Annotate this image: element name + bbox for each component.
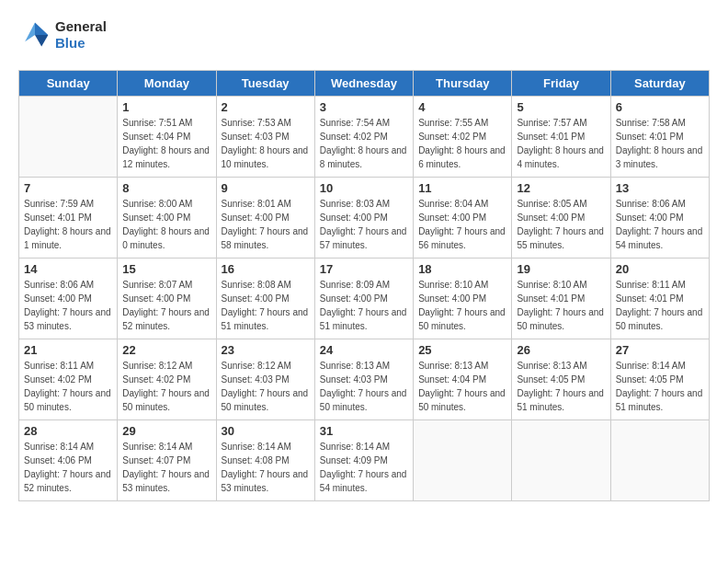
day-info: Sunrise: 7:59 AMSunset: 4:01 PMDaylight:…	[24, 197, 112, 252]
day-number: 31	[320, 424, 408, 438]
day-info: Sunrise: 7:51 AMSunset: 4:04 PMDaylight:…	[122, 116, 210, 171]
day-number: 16	[222, 262, 310, 276]
calendar-cell: 19Sunrise: 8:10 AMSunset: 4:01 PMDayligh…	[512, 259, 610, 339]
day-info: Sunrise: 8:14 AMSunset: 4:06 PMDaylight:…	[24, 440, 112, 495]
day-number: 19	[517, 262, 605, 276]
day-number: 14	[24, 262, 112, 276]
day-number: 24	[320, 343, 408, 357]
day-number: 25	[418, 343, 506, 357]
day-info: Sunrise: 7:54 AMSunset: 4:02 PMDaylight:…	[320, 116, 408, 171]
day-number: 9	[222, 181, 310, 195]
logo: General Blue	[18, 18, 107, 52]
calendar-cell: 27Sunrise: 8:14 AMSunset: 4:05 PMDayligh…	[610, 339, 709, 420]
day-info: Sunrise: 7:58 AMSunset: 4:01 PMDaylight:…	[616, 116, 704, 171]
calendar-cell	[610, 420, 709, 501]
day-info: Sunrise: 8:10 AMSunset: 4:00 PMDaylight:…	[418, 278, 506, 333]
calendar-cell: 12Sunrise: 8:05 AMSunset: 4:00 PMDayligh…	[512, 178, 610, 259]
day-info: Sunrise: 8:04 AMSunset: 4:00 PMDaylight:…	[418, 197, 506, 252]
day-number: 17	[320, 262, 408, 276]
day-number: 6	[616, 100, 704, 114]
day-number: 3	[320, 100, 408, 114]
day-number: 15	[122, 262, 210, 276]
day-info: Sunrise: 8:06 AMSunset: 4:00 PMDaylight:…	[616, 197, 704, 252]
calendar-cell: 9Sunrise: 8:01 AMSunset: 4:00 PMDaylight…	[216, 178, 314, 259]
day-number: 18	[418, 262, 506, 276]
calendar-cell: 26Sunrise: 8:13 AMSunset: 4:05 PMDayligh…	[512, 339, 610, 420]
calendar-cell: 10Sunrise: 8:03 AMSunset: 4:00 PMDayligh…	[314, 178, 413, 259]
col-header-saturday: Saturday	[610, 71, 709, 97]
calendar-cell: 7Sunrise: 7:59 AMSunset: 4:01 PMDaylight…	[19, 178, 118, 259]
day-number: 12	[517, 181, 605, 195]
day-info: Sunrise: 8:12 AMSunset: 4:02 PMDaylight:…	[122, 359, 210, 414]
day-number: 13	[616, 181, 704, 195]
calendar-cell: 21Sunrise: 8:11 AMSunset: 4:02 PMDayligh…	[19, 339, 118, 420]
day-info: Sunrise: 8:13 AMSunset: 4:05 PMDaylight:…	[517, 359, 605, 414]
calendar-cell: 3Sunrise: 7:54 AMSunset: 4:02 PMDaylight…	[314, 97, 413, 178]
day-number: 27	[616, 343, 704, 357]
calendar-cell: 13Sunrise: 8:06 AMSunset: 4:00 PMDayligh…	[610, 178, 709, 259]
day-info: Sunrise: 8:09 AMSunset: 4:00 PMDaylight:…	[320, 278, 408, 333]
day-number: 26	[517, 343, 605, 357]
day-info: Sunrise: 8:08 AMSunset: 4:00 PMDaylight:…	[222, 278, 310, 333]
day-info: Sunrise: 8:12 AMSunset: 4:03 PMDaylight:…	[222, 359, 310, 414]
day-info: Sunrise: 8:13 AMSunset: 4:03 PMDaylight:…	[320, 359, 408, 414]
calendar-cell	[512, 420, 610, 501]
calendar-cell: 25Sunrise: 8:13 AMSunset: 4:04 PMDayligh…	[414, 339, 512, 420]
calendar-cell: 30Sunrise: 8:14 AMSunset: 4:08 PMDayligh…	[216, 420, 314, 501]
day-number: 8	[122, 181, 210, 195]
calendar-cell: 31Sunrise: 8:14 AMSunset: 4:09 PMDayligh…	[314, 420, 413, 501]
calendar-cell: 18Sunrise: 8:10 AMSunset: 4:00 PMDayligh…	[414, 259, 512, 339]
col-header-sunday: Sunday	[19, 71, 118, 97]
calendar-cell: 14Sunrise: 8:06 AMSunset: 4:00 PMDayligh…	[19, 259, 118, 339]
day-info: Sunrise: 8:07 AMSunset: 4:00 PMDaylight:…	[122, 278, 210, 333]
day-info: Sunrise: 8:14 AMSunset: 4:08 PMDaylight:…	[222, 440, 310, 495]
day-number: 2	[222, 100, 310, 114]
day-info: Sunrise: 8:10 AMSunset: 4:01 PMDaylight:…	[517, 278, 605, 333]
calendar-cell: 20Sunrise: 8:11 AMSunset: 4:01 PMDayligh…	[610, 259, 709, 339]
calendar-cell: 22Sunrise: 8:12 AMSunset: 4:02 PMDayligh…	[118, 339, 216, 420]
day-info: Sunrise: 8:14 AMSunset: 4:09 PMDaylight:…	[320, 440, 408, 495]
col-header-tuesday: Tuesday	[216, 71, 314, 97]
day-number: 30	[222, 424, 310, 438]
calendar-cell	[414, 420, 512, 501]
day-number: 28	[24, 424, 112, 438]
day-number: 21	[24, 343, 112, 357]
calendar-cell: 4Sunrise: 7:55 AMSunset: 4:02 PMDaylight…	[414, 97, 512, 178]
day-number: 5	[517, 100, 605, 114]
calendar-cell: 29Sunrise: 8:14 AMSunset: 4:07 PMDayligh…	[118, 420, 216, 501]
day-info: Sunrise: 8:03 AMSunset: 4:00 PMDaylight:…	[320, 197, 408, 252]
day-number: 10	[320, 181, 408, 195]
calendar-cell: 5Sunrise: 7:57 AMSunset: 4:01 PMDaylight…	[512, 97, 610, 178]
day-number: 4	[418, 100, 506, 114]
calendar-table: SundayMondayTuesdayWednesdayThursdayFrid…	[18, 70, 710, 501]
col-header-wednesday: Wednesday	[314, 71, 413, 97]
day-info: Sunrise: 7:57 AMSunset: 4:01 PMDaylight:…	[517, 116, 605, 171]
day-info: Sunrise: 8:13 AMSunset: 4:04 PMDaylight:…	[418, 359, 506, 414]
day-info: Sunrise: 8:00 AMSunset: 4:00 PMDaylight:…	[122, 197, 210, 252]
day-number: 22	[122, 343, 210, 357]
day-info: Sunrise: 7:55 AMSunset: 4:02 PMDaylight:…	[418, 116, 506, 171]
calendar-cell: 23Sunrise: 8:12 AMSunset: 4:03 PMDayligh…	[216, 339, 314, 420]
day-info: Sunrise: 8:11 AMSunset: 4:02 PMDaylight:…	[24, 359, 112, 414]
day-info: Sunrise: 8:11 AMSunset: 4:01 PMDaylight:…	[616, 278, 704, 333]
day-info: Sunrise: 8:06 AMSunset: 4:00 PMDaylight:…	[24, 278, 112, 333]
col-header-friday: Friday	[512, 71, 610, 97]
calendar-cell: 16Sunrise: 8:08 AMSunset: 4:00 PMDayligh…	[216, 259, 314, 339]
day-number: 11	[418, 181, 506, 195]
day-number: 1	[122, 100, 210, 114]
day-info: Sunrise: 7:53 AMSunset: 4:03 PMDaylight:…	[222, 116, 310, 171]
calendar-cell: 1Sunrise: 7:51 AMSunset: 4:04 PMDaylight…	[118, 97, 216, 178]
calendar-cell: 28Sunrise: 8:14 AMSunset: 4:06 PMDayligh…	[19, 420, 118, 501]
calendar-cell: 15Sunrise: 8:07 AMSunset: 4:00 PMDayligh…	[118, 259, 216, 339]
calendar-cell: 2Sunrise: 7:53 AMSunset: 4:03 PMDaylight…	[216, 97, 314, 178]
calendar-cell: 11Sunrise: 8:04 AMSunset: 4:00 PMDayligh…	[414, 178, 512, 259]
col-header-thursday: Thursday	[414, 71, 512, 97]
day-info: Sunrise: 8:14 AMSunset: 4:07 PMDaylight:…	[122, 440, 210, 495]
day-number: 29	[122, 424, 210, 438]
calendar-cell	[19, 97, 118, 178]
calendar-cell: 24Sunrise: 8:13 AMSunset: 4:03 PMDayligh…	[314, 339, 413, 420]
day-info: Sunrise: 8:14 AMSunset: 4:05 PMDaylight:…	[616, 359, 704, 414]
day-info: Sunrise: 8:01 AMSunset: 4:00 PMDaylight:…	[222, 197, 310, 252]
calendar-cell: 8Sunrise: 8:00 AMSunset: 4:00 PMDaylight…	[118, 178, 216, 259]
logo-blue: Blue	[55, 35, 107, 52]
